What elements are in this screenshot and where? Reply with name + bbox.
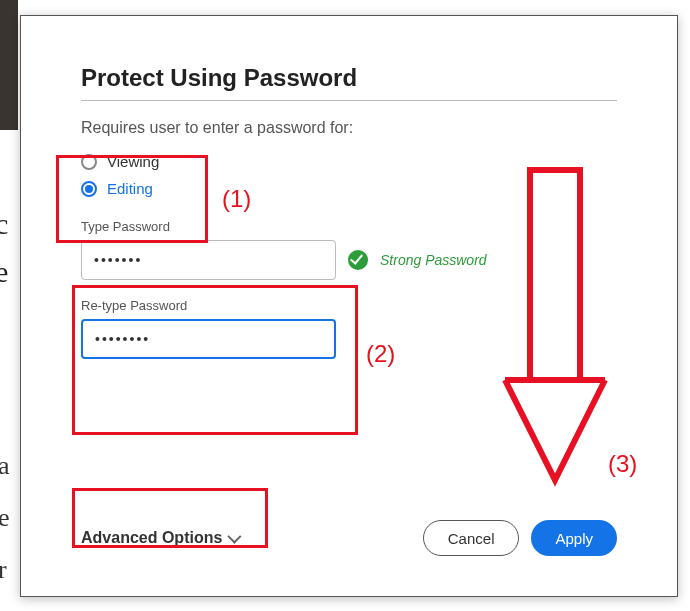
dialog-subtitle: Requires user to enter a password for: <box>81 119 617 137</box>
checkmark-icon <box>348 250 368 270</box>
radio-label: Editing <box>107 180 153 197</box>
radio-viewing[interactable]: Viewing <box>81 153 617 170</box>
chevron-down-icon <box>228 530 242 544</box>
background-text-fragment: ce <box>0 200 8 296</box>
radio-editing[interactable]: Editing <box>81 180 617 197</box>
password-dialog: Protect Using Password Requires user to … <box>20 15 678 597</box>
advanced-options-label: Advanced Options <box>81 529 222 547</box>
radio-icon <box>81 181 97 197</box>
password-strength-label: Strong Password <box>380 252 487 268</box>
type-password-input[interactable] <box>81 240 336 280</box>
type-password-label: Type Password <box>81 219 617 234</box>
background-strip <box>0 0 18 130</box>
radio-label: Viewing <box>107 153 159 170</box>
advanced-options-toggle[interactable]: Advanced Options <box>81 529 238 547</box>
radio-icon <box>81 154 97 170</box>
password-mode-radio-group: Viewing Editing <box>81 153 617 197</box>
divider <box>81 100 617 101</box>
retype-password-label: Re-type Password <box>81 298 617 313</box>
apply-button[interactable]: Apply <box>531 520 617 556</box>
retype-password-input[interactable] <box>81 319 336 359</box>
background-text-fragment: aer <box>0 440 10 596</box>
dialog-title: Protect Using Password <box>81 64 617 92</box>
cancel-button[interactable]: Cancel <box>423 520 520 556</box>
